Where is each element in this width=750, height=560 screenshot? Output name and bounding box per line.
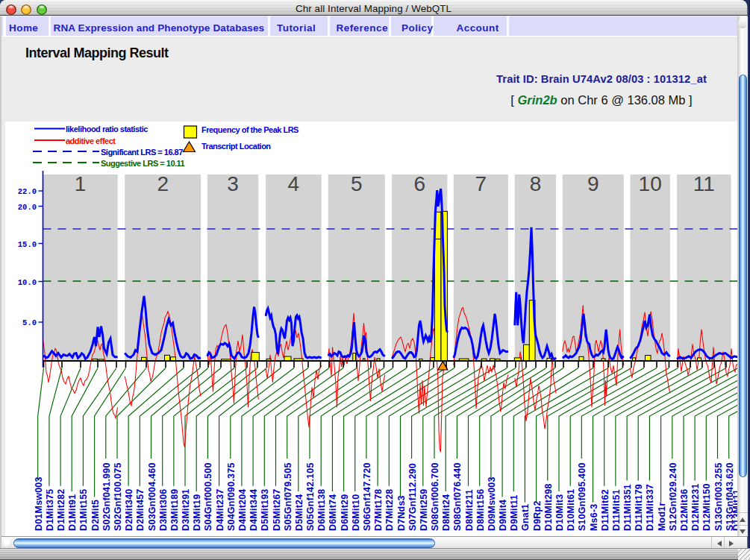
svg-text:S04Gnf090.375: S04Gnf090.375 xyxy=(226,462,237,531)
svg-text:D8Mit156: D8Mit156 xyxy=(475,489,486,531)
svg-text:D10Mit61: D10Mit61 xyxy=(566,489,576,531)
svg-text:D7Mit259: D7Mit259 xyxy=(419,489,429,531)
svg-text:S07Gnf112.290: S07Gnf112.290 xyxy=(407,463,418,531)
svg-text:S04Gnf000.500: S04Gnf000.500 xyxy=(203,462,213,531)
svg-text:10: 10 xyxy=(639,172,662,195)
svg-text:D12Mit150: D12Mit150 xyxy=(701,483,712,531)
svg-text:D9Rp2: D9Rp2 xyxy=(532,500,543,531)
svg-text:D09Msw003: D09Msw003 xyxy=(487,476,497,531)
svg-text:D7Mit178: D7Mit178 xyxy=(373,489,384,531)
svg-text:D12Mit36: D12Mit36 xyxy=(679,489,690,531)
svg-text:S03Gnf004.460: S03Gnf004.460 xyxy=(147,462,157,531)
svg-text:1: 1 xyxy=(75,172,87,195)
svg-text:D2Mit5: D2Mit5 xyxy=(90,500,101,531)
svg-text:D10Mit298: D10Mit298 xyxy=(543,483,554,531)
svg-text:S02Gnf100.075: S02Gnf100.075 xyxy=(113,462,123,531)
svg-text:D4Mit344: D4Mit344 xyxy=(249,489,259,531)
svg-text:S02Gnf041.990: S02Gnf041.990 xyxy=(101,462,112,531)
svg-text:D4Mit237: D4Mit237 xyxy=(215,489,225,531)
svg-text:10.0: 10.0 xyxy=(18,278,37,287)
svg-text:D2Mit340: D2Mit340 xyxy=(124,489,134,531)
svg-text:D11Mit351: D11Mit351 xyxy=(622,484,633,531)
svg-text:S12Gnf029.240: S12Gnf029.240 xyxy=(668,462,678,531)
svg-text:S05Gnf079.505: S05Gnf079.505 xyxy=(283,462,293,531)
svg-text:Frequency of the Peak LRS: Frequency of the Peak LRS xyxy=(201,125,299,134)
svg-text:8: 8 xyxy=(530,172,542,195)
svg-text:2: 2 xyxy=(157,172,169,195)
svg-text:D11Mit179: D11Mit179 xyxy=(634,484,644,531)
svg-text:D3Mit189: D3Mit189 xyxy=(169,489,180,531)
svg-text:Suggestive LRS = 10.11: Suggestive LRS = 10.11 xyxy=(101,159,185,168)
svg-text:D7Mit228: D7Mit228 xyxy=(384,489,395,531)
svg-text:7: 7 xyxy=(475,172,487,195)
svg-text:D5Mit24: D5Mit24 xyxy=(294,494,304,531)
svg-text:20.0: 20.0 xyxy=(18,203,37,212)
svg-text:D01Msw003: D01Msw003 xyxy=(34,476,44,531)
svg-text:D9Mit4: D9Mit4 xyxy=(498,500,508,531)
svg-text:D7Nds3: D7Nds3 xyxy=(396,495,407,531)
svg-text:5: 5 xyxy=(351,172,363,195)
svg-text:Ms6-3: Ms6-3 xyxy=(589,504,599,531)
svg-text:D6Mit10: D6Mit10 xyxy=(351,494,361,531)
svg-text:D3Mit19: D3Mit19 xyxy=(192,494,202,531)
svg-text:9: 9 xyxy=(587,172,599,195)
svg-text:D11Mit51: D11Mit51 xyxy=(611,489,622,531)
svg-text:D8Mit211: D8Mit211 xyxy=(464,489,475,531)
svg-text:D1Mit375: D1Mit375 xyxy=(45,489,55,531)
svg-text:D4Mit204: D4Mit204 xyxy=(237,489,248,531)
svg-text:D5Mit193: D5Mit193 xyxy=(260,489,270,531)
svg-text:3: 3 xyxy=(227,172,239,195)
svg-text:D1Mit155: D1Mit155 xyxy=(78,489,89,531)
svg-text:Significant LRS = 16.87: Significant LRS = 16.87 xyxy=(101,148,183,157)
svg-text:D2Mit457: D2Mit457 xyxy=(135,489,146,531)
svg-text:Transcript Location: Transcript Location xyxy=(201,142,271,151)
svg-text:D1Mit282: D1Mit282 xyxy=(56,489,66,531)
svg-text:22.0: 22.0 xyxy=(18,187,37,196)
svg-text:15.0: 15.0 xyxy=(18,240,37,249)
svg-text:D12Mit231: D12Mit231 xyxy=(690,483,701,531)
svg-text:likelihood ratio statistic: likelihood ratio statistic xyxy=(66,125,148,133)
svg-text:D8Mit24: D8Mit24 xyxy=(441,494,451,531)
svg-text:S10Gnf095.400: S10Gnf095.400 xyxy=(577,462,587,531)
svg-text:5.0: 5.0 xyxy=(22,318,37,327)
svg-text:D6Mit29: D6Mit29 xyxy=(340,494,350,531)
svg-text:additive effect: additive effect xyxy=(66,136,116,145)
svg-text:Mod1r: Mod1r xyxy=(657,503,667,532)
svg-text:D3Mit306: D3Mit306 xyxy=(158,489,169,531)
svg-text:S06Gnf147.720: S06Gnf147.720 xyxy=(362,462,372,531)
svg-text:S08Gnf076.440: S08Gnf076.440 xyxy=(452,462,463,531)
svg-text:11: 11 xyxy=(693,172,715,195)
svg-text:S13Gnf003.255: S13Gnf003.255 xyxy=(713,462,724,531)
svg-text:D5Mit267: D5Mit267 xyxy=(272,489,282,531)
svg-text:D11Mit337: D11Mit337 xyxy=(645,484,655,531)
svg-text:D9Mit11: D9Mit11 xyxy=(509,494,519,531)
svg-text:D3Mit291: D3Mit291 xyxy=(181,489,191,531)
svg-text:D6Mit138: D6Mit138 xyxy=(316,489,327,531)
svg-text:S05Gnf142.105: S05Gnf142.105 xyxy=(305,462,316,531)
svg-text:D6Mit74: D6Mit74 xyxy=(328,494,338,531)
svg-text:6: 6 xyxy=(413,172,425,195)
svg-text:D1Mit91: D1Mit91 xyxy=(67,494,78,531)
svg-text:Gnat1: Gnat1 xyxy=(520,504,531,531)
svg-text:D10Mit3: D10Mit3 xyxy=(554,494,565,531)
svg-text:4: 4 xyxy=(288,172,300,195)
svg-text:S08Gnf006.700: S08Gnf006.700 xyxy=(430,462,440,531)
svg-text:D11Mit62: D11Mit62 xyxy=(600,489,610,531)
